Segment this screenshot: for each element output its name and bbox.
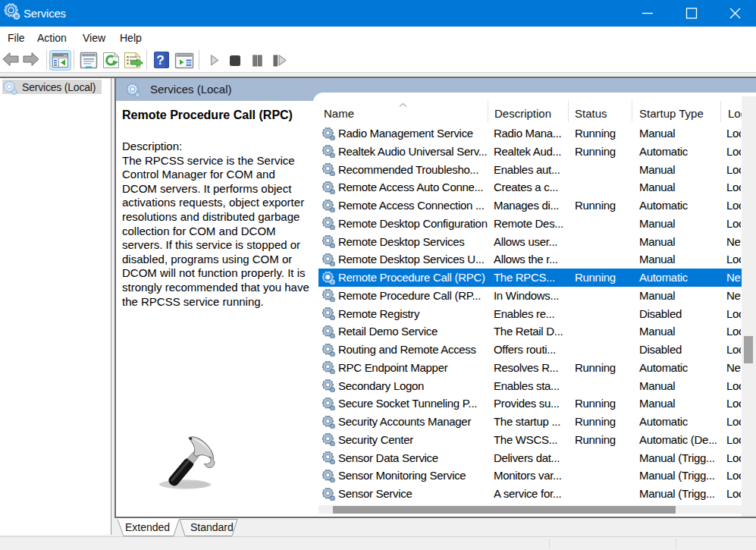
svg-text:?: ? xyxy=(156,53,164,68)
